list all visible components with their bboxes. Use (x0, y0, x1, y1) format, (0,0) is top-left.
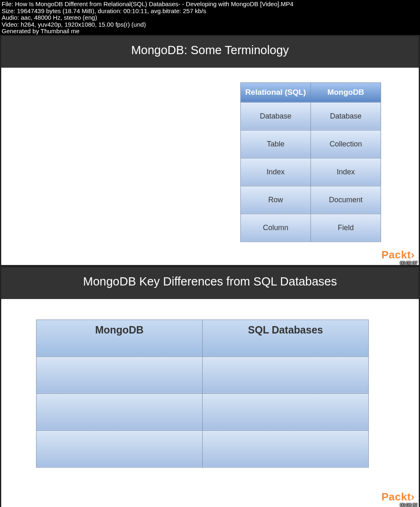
chevron-right-icon: › (411, 491, 415, 503)
cell (37, 430, 203, 467)
slide-body: Relational (SQL) MongoDB Database Databa… (1, 68, 419, 265)
cell: Row (241, 186, 311, 214)
table-row: Index Index (241, 158, 381, 186)
thumbnail-timestamp: 00:02:07 (400, 260, 418, 265)
cell (203, 356, 369, 393)
media-metadata-block: File: How Is MongoDB Different from Rela… (0, 0, 420, 35)
thumbnail-2: MongoDB Key Differences from SQL Databas… (0, 266, 420, 507)
terminology-table: Relational (SQL) MongoDB Database Databa… (240, 82, 381, 242)
table-row: Row Document (241, 186, 381, 214)
cell: Document (311, 186, 381, 214)
table-header-row: MongoDB SQL Databases (37, 320, 369, 356)
slide-title: MongoDB Key Differences from SQL Databas… (1, 267, 419, 299)
cell: Column (241, 214, 311, 242)
slide-body: MongoDB SQL Databases Packt› (1, 299, 419, 507)
meta-video-line: Video: h264, yuv420p, 1920x1080, 15.00 f… (2, 21, 418, 28)
header-sql: SQL Databases (203, 320, 369, 356)
cell: Index (311, 158, 381, 186)
table-row (37, 430, 369, 467)
differences-table: MongoDB SQL Databases (36, 320, 369, 468)
cell: Index (241, 158, 311, 186)
table-header-row: Relational (SQL) MongoDB (241, 82, 381, 102)
cell (37, 393, 203, 430)
cell (37, 356, 203, 393)
cell: Field (311, 214, 381, 242)
cell: Database (241, 102, 311, 130)
packt-logo: Packt› (381, 249, 415, 261)
table-row (37, 393, 369, 430)
header-mongodb: MongoDB (311, 82, 381, 102)
cell: Database (311, 102, 381, 130)
meta-file-line: File: How Is MongoDB Different from Rela… (2, 1, 418, 8)
thumbnail-1: MongoDB: Some Terminology Relational (SQ… (0, 35, 420, 266)
cell (203, 393, 369, 430)
table-row: Column Field (241, 214, 381, 242)
meta-size-line: Size: 19647439 bytes (18.74 MiB), durati… (2, 8, 418, 15)
thumbnail-timestamp: 00:08:32 (400, 502, 418, 507)
header-relational: Relational (SQL) (241, 82, 311, 102)
table-row: Table Collection (241, 130, 381, 158)
meta-audio-line: Audio: aac, 48000 Hz, stereo (eng) (2, 14, 418, 21)
header-mongodb: MongoDB (37, 320, 203, 356)
slide-title: MongoDB: Some Terminology (1, 36, 419, 68)
packt-logo: Packt› (381, 491, 415, 503)
cell (203, 430, 369, 467)
packt-text: Packt (381, 249, 411, 261)
table-row (37, 356, 369, 393)
table-row: Database Database (241, 102, 381, 130)
cell: Table (241, 130, 311, 158)
meta-generated-line: Generated by Thumbnail me (2, 28, 418, 35)
cell: Collection (311, 130, 381, 158)
packt-text: Packt (381, 491, 411, 503)
chevron-right-icon: › (411, 249, 415, 261)
